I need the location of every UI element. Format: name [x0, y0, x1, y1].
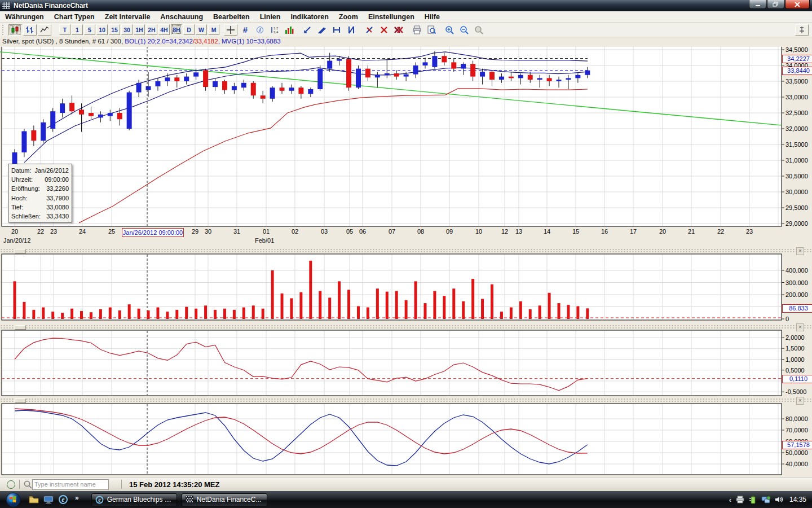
- close-button[interactable]: [785, 0, 810, 9]
- interval-4h[interactable]: 4H: [158, 24, 170, 35]
- window-title: NetDania FinanceChart: [14, 2, 88, 10]
- interval-buttons: T151015301H2H4H8HDWM: [59, 24, 220, 35]
- quicklaunch-overflow-chevron[interactable]: »: [75, 494, 79, 502]
- menu-zoom[interactable]: Zoom: [334, 12, 363, 21]
- info-button[interactable]: i: [253, 24, 267, 36]
- vertical-line-button[interactable]: [345, 24, 358, 36]
- interval-30[interactable]: 30: [121, 24, 133, 35]
- menu-chart-typen[interactable]: Chart Typen: [49, 12, 100, 21]
- panel-splitter[interactable]: ×: [0, 325, 812, 330]
- delete-all-icon: [394, 25, 404, 34]
- menu-zeit-intervalle[interactable]: Zeit Intervalle: [100, 12, 156, 21]
- folder-icon: [29, 496, 39, 503]
- tray-volume-icon[interactable]: [775, 496, 783, 503]
- interval-d[interactable]: D: [183, 24, 195, 35]
- splitter-handle[interactable]: [15, 398, 26, 403]
- interval-m[interactable]: M: [208, 24, 219, 35]
- splitter-handle[interactable]: [15, 249, 26, 253]
- quicklaunch-folder[interactable]: [28, 494, 39, 505]
- start-button[interactable]: [6, 492, 21, 507]
- panel-splitter[interactable]: ×: [0, 398, 812, 403]
- instrument-search-input[interactable]: [32, 479, 109, 490]
- interval-1h[interactable]: 1H: [134, 24, 145, 35]
- line-chart-button[interactable]: [38, 24, 51, 36]
- menu-einstellungen[interactable]: Einstellungen: [363, 12, 420, 21]
- taskbar-item-german-bluechips[interactable]: e German Bluechips - ...: [91, 493, 177, 506]
- candlestick-chart-icon: [11, 25, 20, 34]
- interval-8h[interactable]: 8H: [171, 24, 182, 35]
- interval-10[interactable]: 10: [96, 24, 108, 35]
- pin-panel-button[interactable]: [795, 24, 809, 36]
- zoom-in-button[interactable]: [443, 24, 456, 36]
- volume-button[interactable]: [283, 24, 296, 36]
- grid-button[interactable]: #: [239, 24, 252, 36]
- trendline-double-icon: [317, 25, 326, 34]
- data-labels-button[interactable]: 1.23.4: [268, 24, 281, 36]
- windows-taskbar: e » e German Bluechips - ... NetDania Fi…: [0, 491, 812, 508]
- panel-close-icon[interactable]: ×: [796, 247, 804, 255]
- zoom-out-button[interactable]: [457, 24, 471, 36]
- tray-power-icon[interactable]: [749, 496, 757, 504]
- volume-bars-icon: [285, 25, 294, 34]
- menu-bar: WährungenChart TypenZeit IntervalleAnsch…: [0, 11, 812, 23]
- candlestick-chart-button[interactable]: [8, 24, 22, 36]
- interval-2h[interactable]: 2H: [146, 24, 157, 35]
- chart-values-icon: 1.23.4: [270, 25, 279, 34]
- menu-bearbeiten[interactable]: Bearbeiten: [208, 12, 255, 21]
- remove-line-button[interactable]: [363, 24, 376, 36]
- tray-expand-chevron[interactable]: ‹: [729, 496, 731, 504]
- minimize-button[interactable]: [749, 0, 766, 9]
- chart-header: Silver, spot (USD) , 8 Stunden, # 61 / 3…: [0, 37, 812, 47]
- server-timestamp: 15 Feb 2012 14:35:20 MEZ: [129, 480, 219, 489]
- remove-line-icon: [365, 25, 374, 34]
- app-icon: [2, 2, 10, 9]
- menu-linien[interactable]: Linien: [255, 12, 286, 21]
- netdania-app-icon: [186, 496, 193, 503]
- print-button[interactable]: [410, 24, 423, 36]
- trendline-double-button[interactable]: [315, 24, 329, 36]
- trendline-button[interactable]: [301, 24, 314, 36]
- interval-1[interactable]: 1: [72, 24, 83, 35]
- menu-hilfe[interactable]: Hilfe: [420, 12, 445, 21]
- bar-chart-button[interactable]: [23, 24, 37, 36]
- horizontal-line-button[interactable]: [330, 24, 343, 36]
- panel-close-icon[interactable]: ×: [796, 397, 804, 405]
- delete-x-icon: [379, 25, 389, 34]
- interval-w[interactable]: W: [196, 24, 207, 35]
- interval-15[interactable]: 15: [109, 24, 120, 35]
- system-tray: ‹ 14:35: [729, 496, 806, 504]
- menu-w-hrungen[interactable]: Währungen: [0, 12, 49, 21]
- delete-button[interactable]: [377, 24, 391, 36]
- svg-text:e: e: [98, 497, 101, 503]
- delete-all-button[interactable]: [392, 24, 405, 36]
- toolbar-grip[interactable]: [2, 25, 6, 35]
- interval-t[interactable]: T: [59, 24, 70, 35]
- chart-canvas[interactable]: [0, 0, 812, 508]
- monitor-icon: [43, 496, 54, 504]
- zoom-reset-button[interactable]: [472, 24, 486, 36]
- tray-printer-icon[interactable]: [735, 496, 745, 503]
- selected-date-box: Jan/26/2012 09:00:00: [122, 228, 184, 237]
- instrument-label: Silver, spot (USD) , 8 Stunden, # 61 / 3…: [2, 38, 125, 45]
- svg-text:3.4: 3.4: [273, 30, 279, 34]
- bar-chart-icon: [25, 25, 34, 34]
- crosshair-button[interactable]: [224, 24, 237, 36]
- print-preview-button[interactable]: [425, 24, 438, 36]
- title-bar[interactable]: NetDania FinanceChart: [0, 0, 812, 11]
- splitter-handle[interactable]: [15, 325, 26, 330]
- ohlc-tooltip: Datum:Jan/26/2012 Uhrzeit:09:00:00 Eröff…: [8, 164, 72, 222]
- search-icon: [24, 480, 32, 489]
- line-chart-icon: [40, 25, 49, 34]
- menu-indikatoren[interactable]: Indikatoren: [285, 12, 333, 21]
- bollinger-upper-label: BOL(1) 20;2.0=34,2342: [125, 38, 193, 45]
- menu-anschauung[interactable]: Anschauung: [155, 12, 208, 21]
- tray-network-icon[interactable]: [761, 496, 771, 504]
- taskbar-item-netdania[interactable]: NetDania FinanceC...: [182, 493, 267, 506]
- panel-splitter[interactable]: ×: [0, 248, 812, 253]
- restore-button[interactable]: [767, 0, 784, 9]
- interval-5[interactable]: 5: [84, 24, 95, 35]
- crosshair-icon: [226, 25, 235, 34]
- panel-close-icon[interactable]: ×: [796, 323, 804, 331]
- quicklaunch-ie[interactable]: e: [58, 494, 69, 505]
- quicklaunch-desktop[interactable]: [43, 494, 54, 505]
